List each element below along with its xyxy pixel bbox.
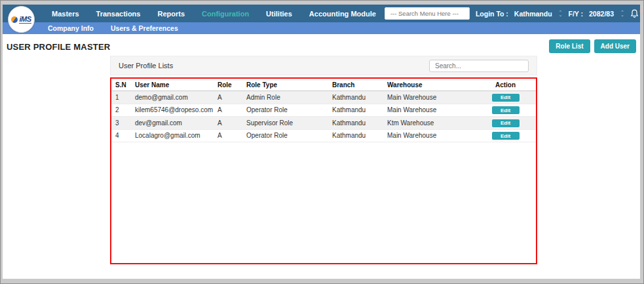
app-logo[interactable]: iMS: [8, 6, 35, 33]
sub-navbar: Company InfoUsers & Preferences: [3, 22, 640, 34]
cell-role: A: [214, 91, 242, 104]
column-header-sn: S.N: [111, 79, 131, 91]
login-to-value: Kathmandu: [514, 10, 552, 18]
page-action-buttons: Role List Add User: [549, 39, 636, 53]
cell-sn: 1: [111, 91, 131, 104]
logo-text: iMS: [19, 15, 31, 24]
cell-action: Edit: [475, 117, 536, 130]
cell-branch: Kathmandu: [328, 129, 383, 142]
cell-role-type: Operator Role: [242, 129, 328, 142]
top-navbar: MastersTransactionsReportsConfigurationU…: [3, 5, 640, 22]
fiscal-year-value: 2082/83: [589, 10, 614, 18]
cell-action: Edit: [475, 91, 536, 104]
column-header-action: Action: [475, 79, 536, 91]
cell-sn: 2: [111, 104, 131, 117]
role-list-button[interactable]: Role List: [549, 39, 590, 53]
cell-user-name: demo@gmail.com: [131, 91, 214, 104]
table-row: 3 dev@gmail.com A Supervisor Role Kathma…: [111, 117, 536, 130]
cell-role-type: Admin Role: [242, 91, 328, 104]
cell-branch: Kathmandu: [328, 91, 383, 104]
nav-menu-item[interactable]: Reports: [149, 10, 193, 18]
cell-warehouse: Main Warehouse: [383, 91, 475, 104]
title-row: USER PROFILE MASTER Role List Add User: [3, 34, 640, 53]
page-title: USER PROFILE MASTER: [7, 39, 110, 52]
cell-action: Edit: [475, 129, 536, 142]
nav-menu-item[interactable]: Masters: [43, 10, 88, 18]
nav-menu-item[interactable]: Transactions: [88, 10, 149, 18]
cell-sn: 4: [111, 129, 131, 142]
cell-role: A: [214, 117, 242, 130]
table-search-input[interactable]: [429, 60, 529, 72]
login-to-label: Login To :: [476, 10, 508, 18]
table-row: 1 demo@gmail.com A Admin Role Kathmandu …: [111, 91, 536, 104]
menu-search-input[interactable]: [385, 7, 470, 20]
column-header-role: Role: [214, 79, 242, 91]
app-screen: iMS MastersTransactionsReportsConfigurat…: [3, 5, 640, 279]
logo-globe-icon: [11, 16, 18, 23]
cell-role: A: [214, 129, 242, 142]
fiscal-year-spinner[interactable]: ⌃⌄: [620, 11, 624, 16]
navbar-right-section: Login To : Kathmandu ⌃⌄ F/Y : 2082/83 ⌃⌄…: [385, 7, 640, 20]
table-row: 2 kilem65746@dropeso.com A Operator Role…: [111, 104, 536, 117]
add-user-button[interactable]: Add User: [594, 39, 636, 53]
cell-branch: Kathmandu: [328, 104, 383, 117]
edit-button[interactable]: Edit: [492, 94, 520, 102]
cell-warehouse: Main Warehouse: [383, 104, 475, 117]
column-header-user-name: User Name: [131, 79, 214, 91]
cell-action: Edit: [475, 104, 536, 117]
table-header-row: S.N User Name Role Role Type Branch Ware…: [111, 79, 536, 91]
cell-role: A: [214, 104, 242, 117]
window-frame: iMS MastersTransactionsReportsConfigurat…: [0, 0, 644, 284]
fiscal-year-label: F/Y :: [568, 10, 583, 18]
notification-bell-icon[interactable]: 0: [630, 9, 640, 18]
table-row: 4 Localagro@gmail.com A Operator Role Ka…: [111, 129, 536, 142]
cell-role-type: Operator Role: [242, 104, 328, 117]
column-header-role-type: Role Type: [242, 79, 328, 91]
nav-menu-item[interactable]: Configuration: [193, 10, 257, 18]
edit-button[interactable]: Edit: [492, 119, 520, 127]
main-content: USER PROFILE MASTER Role List Add User U…: [3, 34, 640, 279]
subnav-item[interactable]: Company Info: [39, 24, 102, 32]
notification-count: 0: [639, 7, 640, 14]
cell-user-name: dev@gmail.com: [131, 117, 214, 130]
edit-button[interactable]: Edit: [492, 106, 520, 114]
column-header-branch: Branch: [328, 79, 383, 91]
nav-menu-item[interactable]: Accounting Module: [301, 10, 385, 18]
user-profile-table-container: S.N User Name Role Role Type Branch Ware…: [110, 77, 537, 264]
cell-warehouse: Main Warehouse: [383, 129, 475, 142]
cell-role-type: Supervisor Role: [242, 117, 328, 130]
cell-user-name: Localagro@gmail.com: [131, 129, 214, 142]
cell-sn: 3: [111, 117, 131, 130]
cell-branch: Kathmandu: [328, 117, 383, 130]
nav-menu-item[interactable]: Utilities: [257, 10, 301, 18]
column-header-warehouse: Warehouse: [383, 79, 475, 91]
user-profile-panel: User Profile Lists S.N User: [110, 56, 537, 264]
subnav-item[interactable]: Users & Preferences: [102, 24, 187, 32]
panel-title: User Profile Lists: [119, 62, 173, 70]
cell-warehouse: Ktm Warehouse: [383, 117, 475, 130]
panel-header: User Profile Lists: [110, 56, 537, 75]
branch-spinner[interactable]: ⌃⌄: [559, 11, 563, 16]
user-profile-table: S.N User Name Role Role Type Branch Ware…: [111, 79, 536, 142]
edit-button[interactable]: Edit: [492, 132, 520, 140]
cell-user-name: kilem65746@dropeso.com: [131, 104, 214, 117]
